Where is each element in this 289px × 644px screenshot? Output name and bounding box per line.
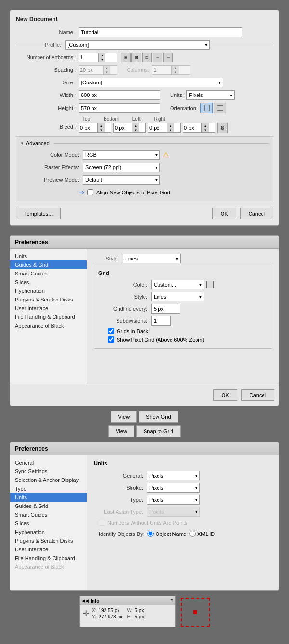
sidebar-item-plugins[interactable]: Plug-ins & Scratch Disks xyxy=(10,295,87,304)
pref-top-ok-button[interactable]: OK xyxy=(213,389,237,401)
bleed-bottom-up[interactable]: ▲ xyxy=(132,123,139,128)
bleed-top-up[interactable]: ▲ xyxy=(98,123,105,128)
size-select[interactable]: [Custom] xyxy=(79,78,223,87)
pb-sidebar-smart-guides[interactable]: Smart Guides xyxy=(10,510,87,519)
preferences-bottom-content: Units General: Pixels ▼ Stroke: Pixels xyxy=(87,455,279,590)
grid-style-select[interactable]: Lines xyxy=(151,292,204,301)
sidebar-item-hyphenation[interactable]: Hyphenation xyxy=(10,287,87,295)
view-button-2[interactable]: View xyxy=(108,425,134,437)
columns-up[interactable]: ▲ xyxy=(172,66,179,70)
pb-sidebar-type[interactable]: Type xyxy=(10,484,87,493)
units-general-select[interactable]: Pixels xyxy=(147,471,200,480)
units-type-select[interactable]: Pixels xyxy=(147,495,200,505)
pb-sidebar-hyphenation[interactable]: Hyphenation xyxy=(10,528,87,536)
units-select[interactable]: Pixels xyxy=(186,90,235,100)
advanced-collapse-icon[interactable]: ▼ xyxy=(20,141,24,146)
grid-color-select[interactable]: Custom... xyxy=(151,280,204,289)
grids-in-back-checkbox[interactable] xyxy=(108,328,114,334)
info-body: ✛ X: 192.55 px W: 5 px Y: 277.973 px H: … xyxy=(80,605,175,622)
color-mode-select[interactable]: RGB xyxy=(83,150,160,160)
height-input[interactable] xyxy=(79,103,160,113)
spacing-spinner[interactable]: ▲ ▼ xyxy=(79,65,117,75)
bleed-left-up[interactable]: ▲ xyxy=(167,123,174,128)
sidebar-item-ui[interactable]: User Interface xyxy=(10,304,87,313)
columns-spinner[interactable]: ▲ ▼ xyxy=(152,65,190,75)
artboard-row-icon[interactable]: ⊟ xyxy=(131,53,141,62)
sidebar-item-file-handling[interactable]: File Handling & Clipboard xyxy=(10,313,87,321)
radio-object-name[interactable] xyxy=(147,531,154,537)
bleed-right-input[interactable] xyxy=(183,125,201,131)
pb-sidebar-general[interactable]: General xyxy=(10,458,87,467)
pref-top-cancel-button[interactable]: Cancel xyxy=(241,389,274,401)
columns-spin-buttons[interactable]: ▲ ▼ xyxy=(171,66,179,74)
bleed-top-spinner[interactable]: ▲▼ xyxy=(79,123,111,133)
spacing-up[interactable]: ▲ xyxy=(104,66,110,70)
sidebar-item-units[interactable]: Units xyxy=(10,252,87,260)
pb-sidebar-units[interactable]: Units xyxy=(10,493,87,502)
radio-xml-id[interactable] xyxy=(189,531,196,537)
artboard-col-icon[interactable]: ⊡ xyxy=(142,53,152,62)
spacing-spin-buttons[interactable]: ▲ ▼ xyxy=(103,66,110,74)
bleed-left-down[interactable]: ▼ xyxy=(167,128,174,132)
profile-select[interactable]: [Custom] xyxy=(65,40,210,50)
spacing-down[interactable]: ▼ xyxy=(104,70,110,74)
preview-mode-row: Preview Mode: Default ▼ xyxy=(20,175,269,185)
pb-sidebar-file[interactable]: File Handling & Clipboard xyxy=(10,554,87,562)
bleed-bottom-down[interactable]: ▼ xyxy=(132,128,139,132)
orientation-landscape[interactable] xyxy=(214,103,226,113)
raster-effects-select[interactable]: Screen (72 ppi) xyxy=(83,163,160,172)
bleed-top-input[interactable] xyxy=(79,125,97,131)
spacing-input[interactable] xyxy=(79,67,103,73)
artboard-reorder-icon[interactable]: → xyxy=(163,53,173,62)
grid-color-swatch[interactable] xyxy=(206,281,214,288)
show-grid-button[interactable]: Show Grid xyxy=(139,411,178,423)
pb-sidebar-plugins[interactable]: Plug-ins & Scratch Disks xyxy=(10,536,87,545)
bleed-right-down[interactable]: ▼ xyxy=(202,128,209,132)
view-button-1[interactable]: View xyxy=(111,411,137,423)
guides-style-select[interactable]: Lines xyxy=(123,254,181,263)
bleed-bottom-spinner[interactable]: ▲▼ xyxy=(113,123,146,133)
artboards-spin-buttons[interactable]: ▲ ▼ xyxy=(98,53,105,62)
artboards-spinner[interactable]: ▲ ▼ xyxy=(79,53,117,62)
sidebar-item-guides-grid[interactable]: Guides & Grid xyxy=(10,260,87,269)
sidebar-item-appearance[interactable]: Appearance of Black xyxy=(10,321,87,330)
artboards-up[interactable]: ▲ xyxy=(99,53,105,57)
bleed-left-input[interactable] xyxy=(148,125,167,131)
ok-button[interactable]: OK xyxy=(212,208,236,219)
snap-to-grid-button[interactable]: Snap to Grid xyxy=(136,425,181,437)
units-east-asian-select: Points xyxy=(147,507,200,517)
gridline-input[interactable] xyxy=(151,304,180,314)
artboard-arrange-icon[interactable]: → xyxy=(153,53,162,62)
orientation-portrait[interactable] xyxy=(200,103,213,113)
align-checkbox[interactable] xyxy=(87,189,93,195)
bleed-right-spinner[interactable]: ▲▼ xyxy=(183,123,215,133)
pb-sidebar-appearance[interactable]: Appearance of Black xyxy=(10,562,87,571)
subdivisions-input[interactable] xyxy=(151,316,171,326)
pb-sidebar-sync[interactable]: Sync Settings xyxy=(10,467,87,476)
artboards-input[interactable] xyxy=(79,55,98,60)
templates-button[interactable]: Templates... xyxy=(16,208,61,219)
info-collapse-icon[interactable]: ◀◀ xyxy=(82,598,89,603)
units-stroke-select[interactable]: Pixels xyxy=(147,483,200,493)
pb-sidebar-slices[interactable]: Slices xyxy=(10,519,87,528)
info-menu-icon[interactable]: ≡ xyxy=(170,597,173,604)
bleed-right-up[interactable]: ▲ xyxy=(202,123,209,128)
bleed-top-down[interactable]: ▼ xyxy=(98,128,105,132)
artboards-down[interactable]: ▼ xyxy=(99,57,105,62)
width-input[interactable] xyxy=(79,90,160,100)
name-input[interactable] xyxy=(79,27,242,37)
pb-sidebar-guides[interactable]: Guides & Grid xyxy=(10,502,87,510)
sidebar-item-slices[interactable]: Slices xyxy=(10,278,87,287)
preview-mode-select[interactable]: Default xyxy=(83,175,160,185)
cancel-button[interactable]: Cancel xyxy=(240,208,273,219)
show-pixel-grid-checkbox[interactable] xyxy=(108,336,114,343)
bleed-link-button[interactable]: ⛓ xyxy=(217,123,228,133)
sidebar-item-smart-guides[interactable]: Smart Guides xyxy=(10,269,87,278)
pb-sidebar-selection[interactable]: Selection & Anchor Display xyxy=(10,476,87,484)
bleed-left-spinner[interactable]: ▲▼ xyxy=(148,123,181,133)
pb-sidebar-ui[interactable]: User Interface xyxy=(10,545,87,554)
columns-down[interactable]: ▼ xyxy=(172,70,179,74)
bleed-bottom-input[interactable] xyxy=(114,125,132,131)
columns-input[interactable] xyxy=(152,67,171,73)
artboard-grid-icon[interactable]: ⊞ xyxy=(121,53,131,62)
